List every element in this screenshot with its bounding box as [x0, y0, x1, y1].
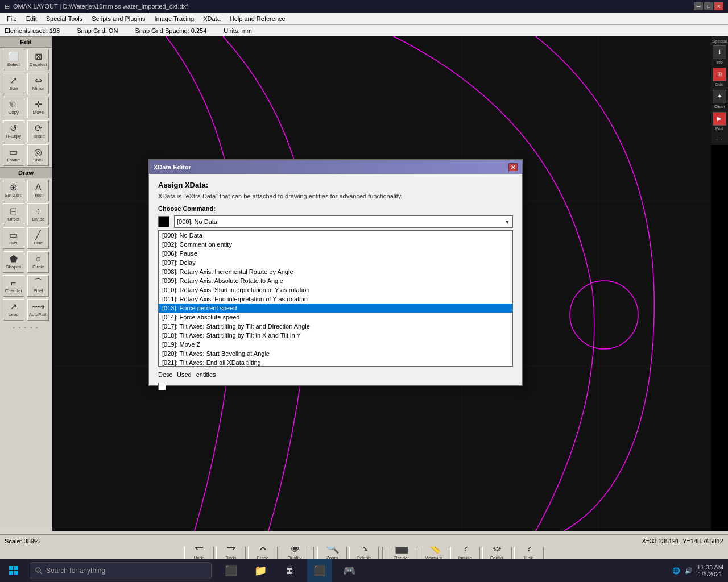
dropdown-item-010[interactable]: [010]: Rotary Axis: Start interpretation…: [159, 285, 512, 294]
tool-shapes[interactable]: ⬟ Shapes: [3, 251, 24, 273]
tool-setzero[interactable]: ⊕ Set Zero: [3, 180, 24, 201]
tool-fillet[interactable]: ⌒ Fillet: [27, 275, 49, 297]
svg-rect-2: [9, 571, 13, 575]
menu-image-tracing[interactable]: Image Tracing: [150, 14, 199, 23]
minimize-button[interactable]: ─: [694, 2, 703, 10]
xdata-select-row: [000]: No Data ▼: [158, 215, 513, 228]
tool-deselect[interactable]: ⊠ Deselect: [27, 49, 49, 70]
dropdown-item-021[interactable]: [021]: Tilt Axes: End all XData tilting: [159, 358, 512, 367]
dropdown-item-011[interactable]: [011]: Rotary Axis: End interpretation o…: [159, 294, 512, 304]
taskbar-date-display: 1/6/2021: [697, 571, 723, 577]
menu-xdata[interactable]: XData: [198, 14, 225, 23]
toolbar-row-11: ↗ Lead ⟿ AutoPath: [0, 298, 52, 322]
post-label: Post: [715, 127, 723, 131]
special-clean-btn[interactable]: ✦: [713, 90, 726, 103]
tool-rcopy[interactable]: ↺ R-Copy: [3, 120, 24, 142]
toolbar-row-9: ⬟ Shapes ○ Circle: [0, 250, 52, 274]
dropdown-item-017[interactable]: [017]: Tilt Axes: Start tilting by Tilt …: [159, 322, 512, 331]
dropdown-item-020[interactable]: [020]: Tilt Axes: Start Beveling at Angl…: [159, 349, 512, 358]
start-button[interactable]: [0, 559, 27, 582]
special-post-btn[interactable]: ▶: [713, 112, 726, 126]
taskbar-task-view[interactable]: ⬛: [218, 559, 243, 582]
window-title: OMAX LAYOUT | D:\Waterjet\10mm ss water_…: [13, 3, 188, 10]
toolbar-row-8: ▭ Box ╱ Line: [0, 226, 52, 250]
checkbox-row: [158, 383, 513, 390]
choose-command-label: Choose Command:: [158, 205, 513, 212]
taskbar-app-1[interactable]: ⬛: [307, 559, 332, 582]
special-calc-btn[interactable]: ⊞: [713, 68, 726, 81]
tool-select[interactable]: ⬜ Select: [3, 49, 24, 70]
tool-autopath[interactable]: ⟿ AutoPath: [27, 299, 49, 321]
toolbar-row-3: ⧉ Copy ✛ Move: [0, 95, 52, 119]
svg-rect-0: [9, 566, 13, 570]
titlebar-controls[interactable]: ─ □ ✕: [694, 2, 723, 10]
taskbar-app-2[interactable]: 🎮: [337, 559, 362, 582]
taskbar-datetime[interactable]: 11:33 AM 1/6/2021: [697, 564, 723, 577]
dropdown-item-006[interactable]: [006]: Pause: [159, 249, 512, 258]
xdata-combobox[interactable]: [000]: No Data ▼: [174, 215, 513, 228]
tool-copy[interactable]: ⧉ Copy: [3, 97, 24, 118]
tool-box[interactable]: ▭ Box: [3, 227, 24, 249]
taskbar-volume-icon: 🔊: [685, 567, 693, 575]
coordinates-display: X=33.135191, Y=148.765812: [642, 538, 723, 544]
dropdown-item-018[interactable]: [018]: Tilt Axes: Start tilting by Tilt …: [159, 331, 512, 340]
dropdown-item-000[interactable]: [000]: No Data: [159, 231, 512, 240]
menu-edit[interactable]: Edit: [22, 14, 42, 23]
special-info-btn[interactable]: ℹ: [713, 45, 726, 59]
statusbar-bottom: Scale: 359% X=33.135191, Y=148.765812: [0, 534, 728, 547]
taskbar-file-explorer[interactable]: 📁: [248, 559, 273, 582]
xdata-dialog: XData Editor ✕ Assign XData: XData is "e…: [148, 159, 523, 386]
close-window-button[interactable]: ✕: [714, 2, 723, 10]
color-swatch[interactable]: [158, 216, 169, 227]
toolbar-row-1: ⬜ Select ⊠ Deselect: [0, 48, 52, 72]
tool-lead[interactable]: ↗ Lead: [3, 299, 24, 321]
tool-line[interactable]: ╱ Line: [27, 227, 49, 249]
xdata-dialog-title: XData Editor: [154, 164, 191, 171]
toolbar-row-10: ⌐ Chamfer ⌒ Fillet: [0, 274, 52, 298]
menu-scripts[interactable]: Scripts and Plugins: [87, 14, 150, 23]
clean-label: Clean: [714, 105, 725, 109]
combobox-value: [000]: No Data: [177, 218, 217, 225]
taskbar-network-icon: 🌐: [672, 567, 680, 575]
menu-special-tools[interactable]: Special Tools: [42, 14, 88, 23]
xdata-checkbox[interactable]: [158, 383, 166, 390]
taskbar-calculator[interactable]: 🖩: [278, 559, 303, 582]
menubar: File Edit Special Tools Scripts and Plug…: [0, 13, 728, 25]
dropdown-item-002[interactable]: [002]: Comment on entity: [159, 240, 512, 249]
tool-circle[interactable]: ○ Circle: [27, 251, 49, 273]
tool-offset[interactable]: ⊟ Offset: [3, 203, 24, 225]
tool-size[interactable]: ⤢ Size: [3, 73, 24, 94]
dropdown-item-007[interactable]: [007]: Delay: [159, 258, 512, 267]
dropdown-item-019[interactable]: [019]: Move Z: [159, 340, 512, 349]
tool-divide[interactable]: ÷ Divide: [27, 203, 49, 225]
win-taskbar: Search for anything ⬛ 📁 🖩 ⬛ 🎮 🌐 🔊 11:33 …: [0, 559, 728, 582]
menu-help[interactable]: Help and Reference: [225, 14, 290, 23]
dropdown-item-008[interactable]: [008]: Rotary Axis: Incremental Rotate b…: [159, 267, 512, 276]
taskbar-search-box[interactable]: Search for anything: [30, 562, 212, 579]
taskbar-right: 🌐 🔊 11:33 AM 1/6/2021: [668, 564, 728, 577]
toolbar-row-4: ↺ R-Copy ⟳ Rotate: [0, 119, 52, 143]
tool-frame[interactable]: ▭ Frame: [3, 144, 24, 166]
dashed-row: - - - - -: [0, 322, 52, 332]
tool-chamfer[interactable]: ⌐ Chamfer: [3, 275, 24, 297]
tool-rotate[interactable]: ⟳ Rotate: [27, 120, 49, 142]
dropdown-item-014[interactable]: [014]: Force absolute speed: [159, 313, 512, 322]
dropdown-item-009[interactable]: [009]: Rotary Axis: Absolute Rotate to A…: [159, 276, 512, 285]
snap-grid-spacing: Snap Grid Spacing: 0.254: [135, 27, 206, 34]
xdata-dropdown-list[interactable]: [000]: No Data [002]: Comment on entity …: [158, 230, 513, 367]
xdata-content: Assign XData: XData is "eXtra Data" that…: [149, 174, 522, 397]
maximize-button[interactable]: □: [704, 2, 713, 10]
tool-move[interactable]: ✛ Move: [27, 97, 49, 118]
xdata-close-button[interactable]: ✕: [508, 163, 518, 171]
menu-file[interactable]: File: [2, 14, 22, 23]
dropdown-item-013[interactable]: [013]: Force percent speed: [159, 304, 512, 313]
tool-mirror[interactable]: ⇔ Mirror: [27, 73, 49, 94]
curve-1: [536, 36, 654, 531]
search-placeholder: Search for anything: [46, 567, 105, 575]
tool-text[interactable]: A Text: [27, 180, 49, 201]
tool-shell[interactable]: ◎ Shell: [27, 144, 49, 166]
taskbar-time-display: 11:33 AM: [697, 564, 723, 571]
xdata-description: XData is "eXtra Data" that can be attach…: [158, 193, 513, 199]
app-icon: ⊞: [5, 3, 10, 10]
toolbar-row-2: ⤢ Size ⇔ Mirror: [0, 72, 52, 95]
